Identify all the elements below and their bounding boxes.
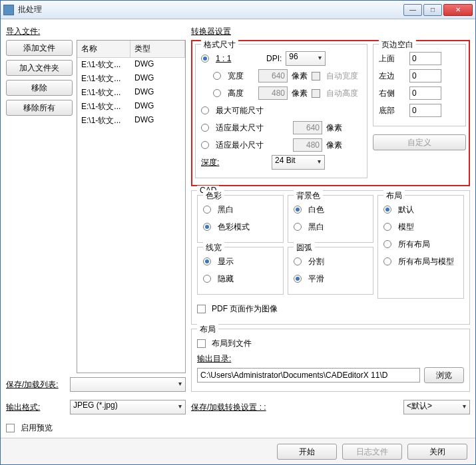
fit-max-label: 适应最大尺寸 — [216, 122, 289, 134]
outdir-input[interactable] — [197, 368, 420, 383]
file-type: DWG — [134, 101, 181, 112]
depth-label: 深度: — [201, 157, 268, 168]
layout-to-files-label: 布局到文件 — [212, 338, 252, 349]
margin-top-input[interactable] — [409, 52, 441, 65]
dpi-select[interactable]: 96 — [286, 51, 326, 66]
palette-bw-radio[interactable] — [203, 206, 211, 214]
browse-button[interactable]: 浏览 — [424, 367, 464, 383]
app-icon — [3, 5, 14, 15]
file-name: E:\1-软文... — [81, 59, 134, 71]
pdf-as-image-checkbox[interactable] — [197, 305, 206, 313]
minimize-button[interactable]: — — [403, 4, 422, 16]
bgcolor-title: 背景色 — [294, 190, 323, 202]
margin-right-input[interactable] — [409, 86, 441, 100]
saveload-conv-label: 保存/加载转换设置 : : — [191, 402, 266, 413]
height-radio[interactable] — [213, 89, 221, 97]
titlebar[interactable]: 批处理 — □ ✕ — [1, 1, 475, 19]
margin-group: 页边空白 上面 左边 右侧 底部 — [373, 44, 466, 126]
left-panel: 导入文件: 添加文件 加入文件夹 移除 移除所有 名称 类型 E:\1-软文..… — [6, 25, 186, 438]
remove-button[interactable]: 移除 — [6, 80, 73, 96]
margin-bottom-label: 底部 — [379, 105, 405, 116]
log-file-button: 日志文件 — [342, 444, 402, 460]
file-row[interactable]: E:\1-软文...DWG — [77, 100, 185, 114]
dpi-label: DPI: — [266, 54, 282, 63]
layout-to-files-checkbox[interactable] — [197, 339, 206, 348]
lw-hide-radio[interactable] — [203, 275, 211, 283]
start-button[interactable]: 开始 — [277, 444, 337, 460]
layout-all-label: 所有布局 — [398, 239, 430, 250]
margin-title: 页边空白 — [379, 39, 416, 51]
margin-left-label: 左边 — [379, 71, 405, 82]
palette-color-radio[interactable] — [203, 223, 211, 231]
cad-group: CAD 色彩 黑白 色彩模式 线宽 显示 隐藏 — [191, 190, 470, 325]
file-row[interactable]: E:\1-软文...DWG — [77, 86, 185, 100]
file-row[interactable]: E:\1-软文...DWG — [77, 114, 185, 128]
bg-white-label: 白色 — [308, 204, 324, 216]
file-row[interactable]: E:\1-软文...DWG — [77, 58, 185, 72]
width-input[interactable] — [258, 69, 288, 82]
pixels-label-1: 像素 — [292, 71, 308, 82]
converter-settings-label: 转换器设置 — [191, 26, 470, 37]
bgcolor-group: 背景色 白色 黑白 — [288, 195, 374, 243]
layout-default-radio[interactable] — [383, 206, 391, 214]
ratio-11-radio[interactable] — [201, 55, 209, 63]
maximize-button[interactable]: □ — [423, 4, 442, 16]
max-possible-label: 最大可能尺寸 — [216, 105, 264, 116]
layout-allmodel-label: 所有布局与模型 — [398, 256, 454, 267]
add-folder-button[interactable]: 加入文件夹 — [6, 60, 73, 76]
margin-bottom-input[interactable] — [409, 104, 441, 117]
layout-model-radio[interactable] — [383, 223, 391, 231]
output-format-select[interactable]: JPEG (*.jpg) — [70, 400, 186, 414]
close-dialog-button[interactable]: 关闭 — [407, 444, 467, 460]
arc-split-label: 分割 — [308, 256, 324, 267]
layout-all-radio[interactable] — [383, 240, 391, 248]
arc-group: 圆弧 分割 平滑 — [288, 247, 374, 295]
layout-allmodel-radio[interactable] — [383, 257, 391, 265]
add-file-button[interactable]: 添加文件 — [6, 40, 73, 56]
file-row[interactable]: E:\1-软文...DWG — [77, 72, 185, 86]
bg-white-radio[interactable] — [294, 206, 302, 214]
fit-max-radio[interactable] — [201, 124, 209, 132]
footer: 开始 日志文件 关闭 — [1, 438, 475, 464]
lw-hide-label: 隐藏 — [218, 273, 234, 285]
height-input[interactable] — [258, 86, 288, 100]
remove-all-button[interactable]: 移除所有 — [6, 100, 73, 116]
highlight-box: 格式尺寸 1 : 1 DPI: 96 宽度 像素 — [191, 40, 470, 186]
saveload-list-label: 保存/加载列表: — [6, 379, 66, 390]
max-possible-radio[interactable] — [201, 106, 209, 114]
import-files-label: 导入文件: — [6, 26, 186, 37]
height-label: 高度 — [228, 88, 254, 99]
col-type-header[interactable]: 类型 — [130, 41, 185, 57]
lw-show-radio[interactable] — [203, 257, 211, 265]
layout-group: 布局 默认 模型 所有布局 所有布局与模型 — [377, 195, 464, 299]
depth-select[interactable]: 24 Bit — [272, 155, 325, 170]
file-name: E:\1-软文... — [81, 73, 134, 84]
saveload-conv-select[interactable]: <默认> — [403, 400, 470, 414]
auto-height-label: 自动高度 — [326, 88, 358, 99]
file-list[interactable]: 名称 类型 E:\1-软文...DWGE:\1-软文...DWGE:\1-软文.… — [77, 40, 186, 373]
fit-max-input[interactable] — [293, 121, 322, 134]
palette-group: 色彩 黑白 色彩模式 — [197, 195, 284, 243]
enable-preview-checkbox[interactable] — [6, 424, 15, 432]
fit-min-input[interactable] — [293, 138, 322, 152]
layout-default-label: 默认 — [398, 204, 414, 216]
outdir-label: 输出目录: — [197, 353, 464, 365]
enable-preview-label: 启用预览 — [21, 422, 53, 434]
file-name: E:\1-软文... — [81, 101, 134, 112]
close-button[interactable]: ✕ — [443, 4, 473, 16]
fit-min-label: 适应最小尺寸 — [216, 140, 289, 151]
col-name-header[interactable]: 名称 — [77, 41, 130, 57]
palette-title: 色彩 — [203, 190, 224, 202]
fit-min-radio[interactable] — [201, 141, 209, 149]
margin-left-input[interactable] — [409, 69, 441, 82]
saveload-list-select[interactable] — [70, 377, 186, 392]
lw-show-label: 显示 — [218, 256, 234, 267]
arc-split-radio[interactable] — [294, 257, 302, 265]
width-radio[interactable] — [213, 72, 221, 80]
file-type: DWG — [134, 87, 181, 98]
palette-bw-label: 黑白 — [218, 204, 234, 216]
layout-output-group: 布局 布局到文件 输出目录: 浏览 — [191, 329, 470, 392]
auto-width-label: 自动宽度 — [326, 71, 358, 82]
arc-smooth-radio[interactable] — [294, 275, 302, 283]
bg-black-radio[interactable] — [294, 223, 302, 231]
